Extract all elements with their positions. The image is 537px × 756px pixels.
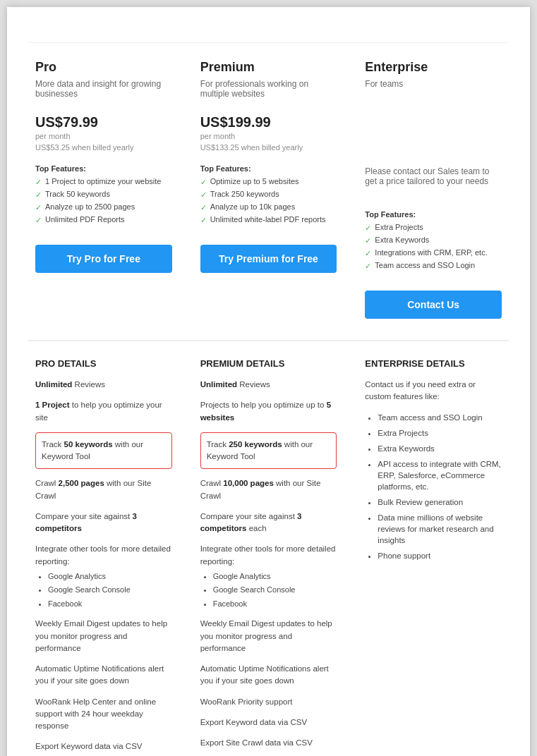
details-section: PRO DETAILSUnlimited Reviews1 Project to… xyxy=(28,340,509,756)
details-title-pro: PRO DETAILS xyxy=(35,358,172,369)
list-item: Team access and SSO Login xyxy=(378,412,502,423)
feature-text: Track 50 keywords xyxy=(45,190,110,198)
detail-item: Weekly Email Digest updates to help you … xyxy=(35,618,172,654)
check-icon: ✓ xyxy=(200,203,207,212)
check-icon: ✓ xyxy=(35,203,42,212)
feature-item: ✓ Track 50 keywords xyxy=(35,190,172,200)
plan-yearly-price-pro: US$53.25 when billed yearly xyxy=(35,143,172,154)
list-item: Bulk Review generation xyxy=(378,496,502,508)
plan-period-premium: per month xyxy=(200,132,337,140)
details-intro: Contact us if you need extra or custom f… xyxy=(365,379,502,403)
plan-name-premium: Premium xyxy=(200,60,337,75)
plan-desc-enterprise: For teams xyxy=(365,79,502,104)
plan-price-pro: US$79.99 xyxy=(35,114,172,130)
feature-text: Extra Projects xyxy=(375,223,423,231)
plan-card-pro: Pro More data and insight for growing bu… xyxy=(28,60,179,319)
detail-item: Export Keyword data via CSV xyxy=(200,717,337,728)
plan-desc-premium: For professionals working on multiple we… xyxy=(200,79,337,104)
plan-no-price-enterprise xyxy=(365,114,502,157)
sub-list: Google AnalyticsGoogle Search ConsoleFac… xyxy=(35,571,172,610)
list-item: Google Analytics xyxy=(48,571,172,583)
feature-item: ✓ Analyze up to 2500 pages xyxy=(35,202,172,212)
details-col-pro: PRO DETAILSUnlimited Reviews1 Project to… xyxy=(28,358,179,756)
feature-text: Extra Keywords xyxy=(375,236,429,244)
feature-item: ✓ Optimize up to 5 websites xyxy=(200,177,337,187)
page-container: Pro More data and insight for growing bu… xyxy=(7,7,530,756)
list-item: Google Search Console xyxy=(48,584,172,596)
feature-item: ✓ Analyze up to 10k pages xyxy=(200,202,337,212)
feature-text: Optimize up to 5 websites xyxy=(210,177,299,185)
list-item: Facebook xyxy=(48,598,172,610)
details-grid: PRO DETAILSUnlimited Reviews1 Project to… xyxy=(28,358,509,756)
cta-button-enterprise[interactable]: Contact Us xyxy=(365,291,502,319)
list-item: API access to integrate with CRM, ERP, S… xyxy=(378,458,502,492)
detail-item: Unlimited Reviews xyxy=(35,379,172,391)
detail-item: Projects to help you optimize up to 5 we… xyxy=(200,399,337,424)
feature-text: Analyze up to 10k pages xyxy=(210,202,295,211)
detail-item: Crawl 10,000 pages with our Site Crawl xyxy=(200,477,337,502)
top-features-label-enterprise: Top Features: xyxy=(365,210,502,219)
detail-item: Crawl 2,500 pages with our Site Crawl xyxy=(35,477,172,502)
plan-period-pro: per month xyxy=(35,132,172,140)
detail-item: WooRank Help Center and online support w… xyxy=(35,696,172,733)
list-item: Phone support xyxy=(378,550,502,561)
check-icon: ✓ xyxy=(200,178,207,187)
plan-name-pro: Pro xyxy=(35,60,172,75)
list-item: Extra Keywords xyxy=(378,443,502,454)
details-title-premium: PREMIUM DETAILS xyxy=(200,358,337,369)
feature-item: ✓ Unlimited PDF Reports xyxy=(35,215,172,225)
check-icon: ✓ xyxy=(200,216,207,225)
billing-toggle xyxy=(28,21,509,43)
check-icon: ✓ xyxy=(35,216,42,225)
cta-button-pro[interactable]: Try Pro for Free xyxy=(35,245,172,273)
detail-item: Compare your site against 3 competitors xyxy=(35,511,172,535)
top-features-label-premium: Top Features: xyxy=(200,164,337,173)
check-icon: ✓ xyxy=(365,224,371,233)
plan-yearly-price-premium: US$133.25 when billed yearly xyxy=(200,143,337,154)
cta-button-premium[interactable]: Try Premium for Free xyxy=(200,245,337,273)
check-icon: ✓ xyxy=(200,190,207,200)
feature-item: ✓ Unlimited white-label PDF reports xyxy=(200,215,337,225)
list-item: Facebook xyxy=(213,598,337,610)
plan-card-premium: Premium For professionals working on mul… xyxy=(193,60,344,319)
highlight-box-pro: Track 50 keywords with our Keyword Tool xyxy=(35,432,172,470)
detail-item: 1 Project to help you optimize your site xyxy=(35,399,172,424)
sub-list: Google AnalyticsGoogle Search ConsoleFac… xyxy=(200,571,337,610)
list-item: Data mine millions of website reviews fo… xyxy=(378,512,502,546)
details-col-enterprise: ENTERPRISE DETAILSContact us if you need… xyxy=(358,358,509,756)
feature-item: ✓ Extra Projects xyxy=(365,223,502,233)
detail-item: Track 250 keywords with our Keyword Tool xyxy=(207,439,331,463)
detail-item: Compare your site against 3 competitors … xyxy=(200,511,337,535)
feature-text: Analyze up to 2500 pages xyxy=(45,202,135,211)
plan-contact-text-enterprise: Please contact our Sales team to get a p… xyxy=(365,166,502,200)
features-list-enterprise: ✓ Extra Projects ✓ Extra Keywords ✓ Inte… xyxy=(365,223,502,279)
feature-item: ✓ Team access and SSO Login xyxy=(365,261,502,271)
detail-item: Unlimited Reviews xyxy=(200,379,337,391)
feature-item: ✓ Extra Keywords xyxy=(365,236,502,245)
feature-text: Unlimited white-label PDF reports xyxy=(210,215,326,224)
detail-item: Export Site Crawl data via CSV xyxy=(200,737,337,749)
features-list-pro: ✓ 1 Project to optimize your website ✓ T… xyxy=(35,177,172,233)
details-col-premium: PREMIUM DETAILSUnlimited ReviewsProjects… xyxy=(193,358,344,756)
feature-item: ✓ Track 250 keywords xyxy=(200,190,337,200)
detail-item: WooRank Priority support xyxy=(200,696,337,708)
check-icon: ✓ xyxy=(35,190,42,200)
feature-text: Unlimited PDF Reports xyxy=(45,215,124,224)
detail-item: Automatic Uptime Notifications alert you… xyxy=(35,663,172,688)
detail-item-with-list: Integrate other tools for more detailed … xyxy=(35,543,172,609)
feature-text: Integrations with CRM, ERP, etc. xyxy=(375,248,487,257)
feature-item: ✓ 1 Project to optimize your website xyxy=(35,177,172,187)
list-item: Google Search Console xyxy=(213,584,337,596)
detail-item: Export Keyword data via CSV xyxy=(35,740,172,752)
enterprise-bullet-list: Team access and SSO LoginExtra ProjectsE… xyxy=(365,412,502,562)
detail-item: Weekly Email Digest updates to help you … xyxy=(200,618,337,654)
feature-text: Track 250 keywords xyxy=(210,190,279,198)
check-icon: ✓ xyxy=(365,249,371,258)
features-list-premium: ✓ Optimize up to 5 websites ✓ Track 250 … xyxy=(200,177,337,233)
check-icon: ✓ xyxy=(365,236,371,245)
plan-desc-pro: More data and insight for growing busine… xyxy=(35,79,172,104)
plans-grid: Pro More data and insight for growing bu… xyxy=(28,60,509,319)
top-features-label-pro: Top Features: xyxy=(35,164,172,173)
detail-item-with-list: Integrate other tools for more detailed … xyxy=(200,543,337,609)
plan-price-premium: US$199.99 xyxy=(200,114,337,130)
